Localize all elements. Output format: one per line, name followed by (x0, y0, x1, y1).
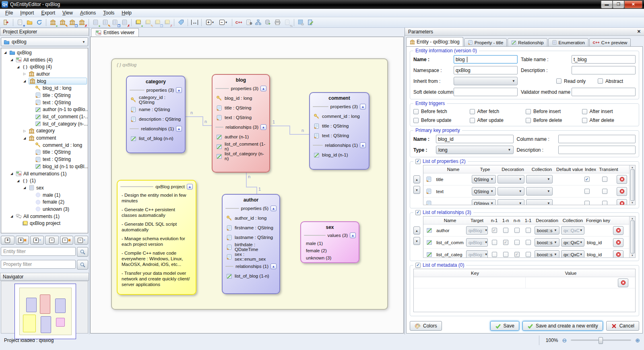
metadata-row-new[interactable] (414, 277, 635, 288)
relationships-group-checkbox[interactable]: ✓ (415, 210, 421, 215)
database-export-icon[interactable] (263, 18, 272, 27)
menu-tools[interactable]: Tools (99, 9, 118, 16)
property-row-new[interactable]: QString▼ ▼ ▼ (423, 198, 629, 205)
collection-select[interactable]: qx::QxC▼ (561, 238, 584, 247)
namespace-input[interactable]: qxBlog (454, 66, 518, 74)
menu-help[interactable]: Help (118, 9, 135, 16)
show-comment-icon[interactable]: ❐ (153, 18, 162, 27)
entity-box-author[interactable]: author properties (5)▲ author_id : long … (222, 194, 280, 294)
tree-item-author[interactable]: ▷author (1, 70, 88, 78)
tree-item-all-entities[interactable]: ◢All entities (4) (1, 56, 88, 64)
diagram-property[interactable]: sex : sex::enum_sex (223, 252, 279, 261)
collapse-icon[interactable]: ▲ (360, 142, 366, 148)
diagram-relationship[interactable]: blog_id (n-1) (310, 150, 369, 160)
tree-item-text[interactable]: text : QString (1, 99, 88, 106)
cpp-export-icon[interactable]: C++ (234, 18, 244, 27)
1-n-checkbox[interactable]: ✓ (503, 240, 508, 245)
inherit-from-select[interactable]: ▼ (454, 77, 518, 85)
tree-item-title[interactable]: title : QString (1, 92, 88, 99)
add-entity-icon[interactable]: ＋ (48, 18, 58, 27)
n-1-checkbox[interactable] (492, 240, 497, 245)
transient-checkbox[interactable] (602, 177, 607, 182)
tag-icon[interactable] (176, 18, 186, 27)
index-checkbox[interactable] (584, 189, 590, 194)
tree-item-qxblog-project-note[interactable]: qxBlog project (1, 220, 88, 227)
property-filter-input[interactable] (1, 260, 76, 269)
pk-name-input[interactable]: blog_id (436, 135, 514, 143)
relationship-row-list-of-category[interactable]: list_of_categ qxBlog::▼ ✓ boost::s▼ qx::… (423, 249, 629, 257)
after-update-checkbox[interactable]: After update (470, 117, 524, 123)
enum-box-sex[interactable]: sex values (3)▲ male (1) female (2) unkn… (300, 221, 359, 263)
tab-enumeration[interactable]: Enumeration (548, 38, 588, 47)
1-1-checkbox[interactable] (526, 228, 531, 233)
diagram-property[interactable]: description : QString (127, 114, 185, 124)
edit-model-icon[interactable] (306, 18, 315, 27)
expander-icon[interactable]: ▷ (22, 129, 27, 133)
colors-button[interactable]: Colors (410, 321, 442, 331)
delete-property-button[interactable] (617, 175, 627, 184)
delete-metadata-button[interactable] (618, 278, 628, 287)
tree-item-comment-title[interactable]: title : QString (1, 149, 88, 156)
restore-button[interactable]: ❐ (613, 1, 624, 8)
relationships-scrollbar[interactable]: ▲▼ (629, 216, 635, 257)
diagram-property[interactable]: text : QString (213, 113, 269, 122)
decoration-select[interactable]: ▼ (497, 187, 524, 196)
collapse-icon[interactable]: ▲ (187, 184, 193, 189)
soft-delete-column-input[interactable] (454, 88, 518, 96)
diagram-property[interactable]: category_id : QString (127, 95, 185, 105)
expander-icon[interactable]: ▷ (22, 72, 27, 76)
menu-file[interactable]: File (2, 9, 17, 16)
transient-checkbox[interactable] (602, 189, 607, 194)
collapse-all-button[interactable]: − (45, 236, 59, 245)
validator-method-input[interactable] (572, 88, 636, 96)
tree-item-blog[interactable]: ◢blog (1, 78, 88, 85)
tree-item-comment-id[interactable]: comment_id : long (1, 142, 88, 149)
target-select[interactable]: qxBlog::▼ (466, 226, 488, 235)
move-down-button[interactable]: ▼ (413, 186, 420, 194)
tree-item-male[interactable]: male (1) (1, 191, 88, 199)
n-1-checkbox[interactable] (492, 252, 497, 257)
delete-relationship-button[interactable] (613, 238, 623, 247)
metadata-key-cell[interactable] (424, 277, 526, 288)
type-select[interactable]: QString▼ (472, 175, 496, 183)
after-fetch-checkbox[interactable]: After fetch (470, 109, 524, 114)
metadata-value-cell[interactable] (526, 277, 616, 288)
diagram-relationship[interactable]: author (n-1) (213, 132, 269, 142)
licence-icon[interactable]: % (283, 18, 292, 27)
expander-icon[interactable]: ◢ (22, 79, 27, 83)
decoration-select[interactable]: ▼ (497, 175, 524, 183)
1-1-checkbox[interactable] (526, 252, 531, 257)
zoom-slider[interactable] (571, 340, 631, 341)
delete-property-button[interactable] (617, 199, 627, 205)
relationship-row-list-of-comment[interactable]: list_of_comm qxBlog::▼ ✓ boost::s▼ qx::Q… (423, 237, 629, 249)
diagram-relationship[interactable]: list_of_blog (n-n) (127, 134, 185, 143)
diagram-property[interactable]: blog_id : long (213, 93, 269, 103)
zoom-slider-handle[interactable] (599, 337, 603, 344)
expand-entities-button[interactable]: +▣ (16, 236, 29, 245)
add-comment-icon[interactable]: ＋ (134, 18, 143, 27)
tab-entities-viewer[interactable]: Entities viewer (91, 28, 139, 37)
table-name-input[interactable]: t_blog (572, 55, 636, 64)
tab-relationship[interactable]: Relationship (508, 38, 547, 47)
diagram-property[interactable]: text : QString (310, 131, 369, 140)
tree-item-female[interactable]: female (2) (1, 198, 88, 206)
index-checkbox[interactable]: ✓ (584, 177, 590, 182)
tree-item-all-enumerations[interactable]: ◢All enumerations (1) (1, 170, 88, 177)
collection-select[interactable]: qx::QxC▼ (561, 250, 584, 257)
pk-column-input[interactable] (558, 135, 636, 143)
collapse-icon[interactable]: ▲ (176, 126, 182, 132)
tree-item-comment-text[interactable]: text : QString (1, 156, 88, 163)
expander-icon[interactable]: ◢ (9, 172, 14, 175)
tab-cpp-preview[interactable]: C++C++ preview (589, 38, 631, 47)
move-up-button[interactable]: ▲ (413, 175, 420, 183)
collapse-icon[interactable]: ▲ (270, 206, 277, 211)
project-tree[interactable]: ◢qxBlog ◢All entities (4) ◢{ }qxBlog (4)… (1, 48, 88, 233)
tree-item-author-rel[interactable]: author (n-1 to qxBlo... (1, 106, 88, 113)
delete-relationship-button[interactable] (613, 250, 623, 258)
diagram-property[interactable]: firstname : QString (223, 223, 279, 233)
property-row-title[interactable]: title QString▼ ▼ ▼ ✓ (423, 173, 629, 185)
properties-scrollbar[interactable]: ▲▼ (629, 165, 635, 205)
diagram-property[interactable]: lastname : QString (223, 233, 279, 242)
tree-item-project[interactable]: ◢qxBlog (1, 49, 88, 56)
close-button[interactable]: ✕ (624, 1, 642, 8)
